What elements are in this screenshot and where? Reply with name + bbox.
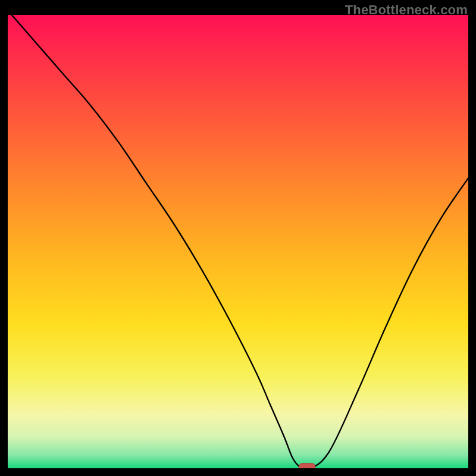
chart-svg [8, 15, 468, 468]
chart-frame [8, 15, 468, 468]
minimum-marker [299, 464, 315, 468]
chart-plot [8, 15, 468, 468]
watermark-text: TheBottleneck.com [345, 2, 468, 18]
gradient-rect [8, 15, 468, 468]
